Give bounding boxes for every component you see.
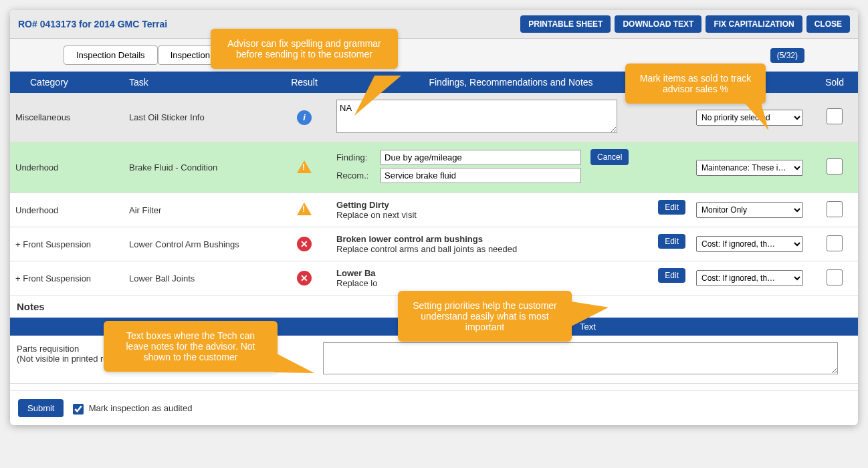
callout-sold: Mark items as sold to track advisor sale… <box>625 64 766 104</box>
close-button[interactable]: CLOSE <box>806 15 850 33</box>
sold-checkbox[interactable] <box>827 269 843 285</box>
sold-checkbox[interactable] <box>827 158 843 174</box>
dialog-header: RO# 0413173 for 2014 GMC Terrai PRINTABL… <box>10 10 858 39</box>
sold-checkbox[interactable] <box>827 235 843 251</box>
printable-sheet-button[interactable]: PRINTABLE SHEET <box>520 15 611 33</box>
table-row: + Front SuspensionLower Control Arm Bush… <box>10 227 858 261</box>
finding-bold: Getting Dirty <box>336 200 389 210</box>
callout-priorities: Setting priorities help the customer und… <box>398 291 572 342</box>
callout-notes: Text boxes where the Tech can leave note… <box>104 321 278 372</box>
col-task: Task <box>124 72 278 93</box>
tab-inspection-details[interactable]: Inspection Details <box>64 45 158 65</box>
edit-button[interactable]: Edit <box>658 268 685 283</box>
cell-category: Underhood <box>10 193 124 227</box>
col-result: Result <box>278 72 331 93</box>
submit-button[interactable]: Submit <box>18 399 64 417</box>
priority-select[interactable]: Cost: If ignored, th… <box>696 236 803 252</box>
finding-text: Broken lower control arm bushingsReplace… <box>336 234 685 254</box>
notes-textarea[interactable] <box>323 342 838 374</box>
cell-category: + Front Suspension <box>10 227 124 261</box>
ro-title: RO# 0413173 for 2014 GMC Terrai <box>18 19 167 29</box>
sold-checkbox[interactable] <box>827 108 843 124</box>
finding-text: Getting DirtyReplace on next visit <box>336 200 685 220</box>
table-row: UnderhoodAir FilterEditGetting DirtyRepl… <box>10 193 858 227</box>
cell-task: Lower Control Arm Bushings <box>124 227 278 261</box>
finding-sub: Replace lo <box>336 278 377 288</box>
audit-label: Mark inspection as audited <box>89 403 193 413</box>
finding-input[interactable] <box>381 150 581 165</box>
recom-input[interactable] <box>381 168 581 183</box>
fail-icon: ✕ <box>297 237 312 251</box>
finding-bold: Lower Ba <box>336 268 376 278</box>
col-category: Category <box>10 72 124 93</box>
cell-task: Brake Fluid - Condition <box>124 142 278 193</box>
download-text-button[interactable]: DOWNLOAD TEXT <box>615 15 701 33</box>
inspection-table: Category Task Result Findings, Recommend… <box>10 72 858 296</box>
cancel-button[interactable]: Cancel <box>590 149 629 165</box>
findings-textarea[interactable] <box>336 100 617 133</box>
cell-category: Underhood <box>10 142 124 193</box>
warning-icon <box>297 160 312 173</box>
table-row: UnderhoodBrake Fluid - ConditionFinding:… <box>10 142 858 193</box>
recom-label: Recom.: <box>336 170 376 181</box>
sold-checkbox[interactable] <box>827 201 843 217</box>
notes-label-line1: Parts requisition <box>17 344 79 354</box>
audit-checkbox[interactable] <box>73 404 84 415</box>
footer: Submit Mark inspection as audited <box>10 390 858 425</box>
col-sold: Sold <box>811 72 858 93</box>
finding-bold: Broken lower control arm bushings <box>336 234 483 244</box>
item-count-badge: (5/32) <box>770 48 804 63</box>
warning-icon <box>297 203 312 215</box>
callout-spelling: Advisor can fix spelling and grammar bef… <box>211 29 398 69</box>
finding-sub: Replace on next visit <box>336 210 417 220</box>
finding-text: Lower BaReplace lo <box>336 268 685 288</box>
table-row: + Front SuspensionLower Ball Joints✕Edit… <box>10 261 858 296</box>
cell-task: Last Oil Sticker Info <box>124 93 278 142</box>
finding-label: Finding: <box>336 152 376 162</box>
edit-button[interactable]: Edit <box>658 234 685 249</box>
edit-button[interactable]: Edit <box>658 200 685 215</box>
cell-category: Miscellaneous <box>10 93 124 142</box>
priority-select[interactable]: Monitor Only <box>696 202 803 218</box>
fix-capitalization-button[interactable]: FIX CAPITALIZATION <box>706 15 802 33</box>
priority-select[interactable]: Cost: If ignored, th… <box>696 270 803 286</box>
finding-sub: Replace control arms and ball joints as … <box>336 244 517 254</box>
cell-category: + Front Suspension <box>10 261 124 296</box>
cell-task: Lower Ball Joints <box>124 261 278 296</box>
priority-select[interactable]: Maintenance: These i… <box>696 160 803 176</box>
cell-task: Air Filter <box>124 193 278 227</box>
info-icon: i <box>297 110 312 125</box>
fail-icon: ✕ <box>297 271 312 285</box>
header-buttons: PRINTABLE SHEET DOWNLOAD TEXT FIX CAPITA… <box>520 15 850 33</box>
